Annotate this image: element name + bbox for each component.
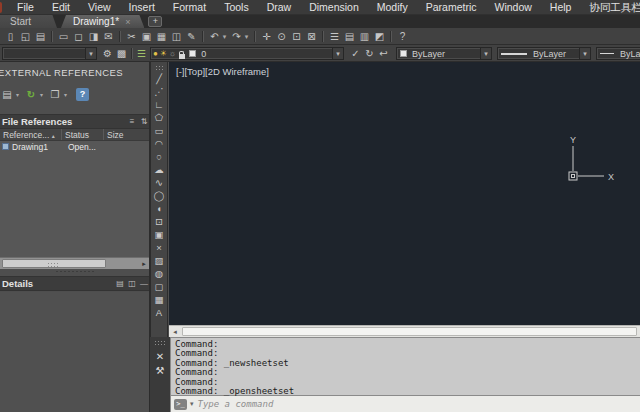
command-window-grip[interactable]	[154, 340, 166, 346]
layer-previous-icon[interactable]: ↩	[377, 47, 390, 60]
layer-on-bulb-icon[interactable]: ●	[153, 47, 158, 60]
zoom-realtime-icon[interactable]: ⊙	[275, 30, 288, 43]
menu-item[interactable]: Window	[485, 0, 540, 15]
circle-icon[interactable]: ○	[151, 150, 167, 163]
close-tab-icon[interactable]: ×	[125, 17, 130, 27]
list-view-icon[interactable]: ≡	[126, 117, 138, 126]
toolbar-grip[interactable]	[155, 65, 163, 70]
cut-icon[interactable]: ✂	[125, 30, 138, 43]
undo-icon[interactable]: ↶	[208, 30, 221, 43]
construction-line-icon[interactable]: ⋰	[151, 85, 167, 98]
close-icon[interactable]: ✕	[150, 350, 170, 364]
column-header-reference[interactable]: Reference... ▴	[0, 129, 62, 140]
ellipse-icon[interactable]: ◯	[151, 189, 167, 202]
drawing-area[interactable]: [-][Top][2D Wireframe] Y X	[169, 62, 640, 325]
new-tab-button[interactable]: +	[148, 16, 162, 27]
layer-unlock-icon[interactable]	[179, 54, 185, 59]
make-block-icon[interactable]: ▣	[151, 228, 167, 241]
scrollbar-thumb[interactable]	[182, 327, 637, 336]
menu-item[interactable]: Help	[541, 0, 581, 15]
chevron-down-icon[interactable]: ▾	[85, 48, 96, 59]
column-header-status[interactable]: Status	[62, 129, 104, 140]
viewport-control[interactable]: [Top]	[184, 66, 205, 77]
viewport-control[interactable]: [-]	[176, 66, 184, 77]
scroll-left-icon[interactable]: ◂	[170, 326, 180, 337]
plot-icon[interactable]: ▭	[57, 30, 70, 43]
redo-dropdown-icon[interactable]: ▾	[243, 30, 250, 43]
menu-item[interactable]: Modify	[368, 0, 417, 15]
revision-cloud-icon[interactable]: ☁	[151, 163, 167, 176]
column-header-size[interactable]: Size	[104, 129, 144, 140]
hatch-icon[interactable]: ▨	[151, 254, 167, 267]
table-icon[interactable]: ▦	[151, 293, 167, 306]
chevron-down-icon[interactable]: ▾	[579, 48, 590, 59]
scrollbar-thumb[interactable]	[2, 259, 106, 268]
tree-view-icon[interactable]: ⇅	[138, 117, 150, 126]
chevron-down-icon[interactable]: ▾	[40, 91, 46, 98]
copy-icon[interactable]: ▣	[140, 30, 153, 43]
paste-icon[interactable]: ▦	[155, 30, 168, 43]
polygon-icon[interactable]: ⬠	[151, 111, 167, 124]
match-properties-icon[interactable]: ✎	[185, 30, 198, 43]
color-combo[interactable]: ByLayer ▾	[396, 47, 492, 60]
redo-icon[interactable]: ↷	[230, 30, 243, 43]
attach-reference-icon[interactable]: ▤	[0, 88, 14, 101]
mtext-icon[interactable]: A	[151, 306, 167, 319]
chevron-down-icon[interactable]: ▾	[332, 48, 343, 59]
ellipse-arc-icon[interactable]: ◖	[151, 202, 167, 215]
gradient-icon[interactable]: ◍	[151, 267, 167, 280]
new-file-icon[interactable]: ▯	[4, 30, 17, 43]
tool-palettes-icon[interactable]: ▥	[358, 30, 371, 43]
workspace-combo[interactable]: ▾	[2, 47, 97, 60]
lineweight-combo[interactable]: ByLayer ▾	[497, 47, 591, 60]
plot-preview-icon[interactable]: ◻	[72, 30, 85, 43]
sheet-set-manager-icon[interactable]: ▤	[343, 30, 356, 43]
refresh-icon[interactable]: ↻	[24, 88, 38, 101]
menu-item[interactable]: File	[8, 0, 43, 15]
menu-item[interactable]: Tools	[215, 0, 258, 15]
layer-properties-icon[interactable]: ☰	[135, 47, 148, 60]
customize-wrench-icon[interactable]: ⚒	[150, 364, 170, 378]
layer-update-icon[interactable]: ↻	[363, 47, 376, 60]
menu-item[interactable]: Dimension	[300, 0, 368, 15]
rectangle-icon[interactable]: ▭	[151, 124, 167, 137]
menu-item[interactable]: Format	[164, 0, 215, 15]
arc-icon[interactable]: ◠	[151, 137, 167, 150]
menu-item[interactable]: 协同工具栏	[580, 0, 640, 15]
chevron-down-icon[interactable]: ▾	[64, 91, 70, 98]
command-input[interactable]: Type a command	[198, 399, 274, 409]
region-icon[interactable]: ▢	[151, 280, 167, 293]
open-file-icon[interactable]: ◱	[19, 30, 32, 43]
publish-icon[interactable]: ◨	[87, 30, 100, 43]
point-icon[interactable]: ×	[151, 241, 167, 254]
palette-hscrollbar[interactable]: ▸	[0, 257, 150, 269]
help-icon[interactable]: ?	[396, 30, 409, 43]
gear-icon[interactable]: ⚙	[101, 47, 114, 60]
properties-icon[interactable]: ☰	[328, 30, 341, 43]
tab-drawing1[interactable]: Drawing1* ×	[61, 15, 144, 28]
etransmit-icon[interactable]: ✉	[102, 30, 115, 43]
viewport-control[interactable]: [2D Wireframe]	[205, 66, 269, 77]
tab-start[interactable]: Start	[0, 15, 57, 28]
recent-commands-icon[interactable]: ▾	[190, 400, 194, 408]
menu-item[interactable]: Edit	[43, 0, 79, 15]
panel-resize-grip[interactable]	[55, 270, 95, 274]
file-reference-row[interactable]: Drawing1 Open...	[0, 141, 150, 152]
command-history[interactable]: Command:Command:Command: _newsheetsetCom…	[170, 337, 640, 396]
markup-set-manager-icon[interactable]: ◩	[373, 30, 386, 43]
line-icon[interactable]: ╱	[151, 72, 167, 85]
scroll-right-icon[interactable]: ▸	[139, 259, 149, 269]
linetype-combo[interactable]: ByLay	[596, 47, 640, 60]
layer-thaw-sun-icon[interactable]: ☀	[160, 47, 167, 60]
pan-icon[interactable]: ✛	[260, 30, 273, 43]
layer-isolate-icon[interactable]: ▩	[115, 47, 128, 60]
menu-item[interactable]: View	[79, 0, 120, 15]
application-button[interactable]	[0, 2, 2, 13]
spline-icon[interactable]: ∿	[151, 176, 167, 189]
layer-combo[interactable]: ● ☀ ☼ 0 ▾	[150, 47, 344, 60]
undo-dropdown-icon[interactable]: ▾	[221, 30, 228, 43]
make-layer-current-icon[interactable]: ✓	[349, 47, 362, 60]
save-icon[interactable]: ▤	[34, 30, 47, 43]
paste-block-icon[interactable]: ◫	[170, 30, 183, 43]
help-icon[interactable]: ?	[76, 88, 89, 101]
